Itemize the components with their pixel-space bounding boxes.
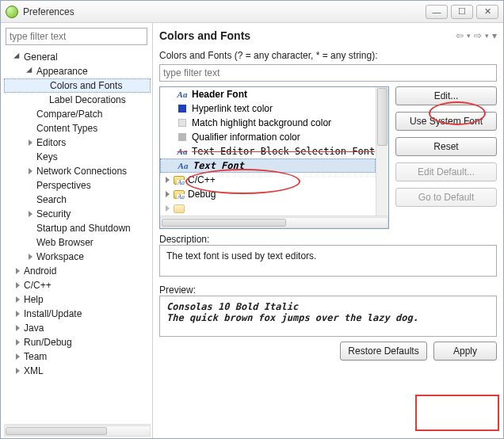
list-folder-more[interactable]	[160, 201, 376, 216]
nav-toolbar: ⇦▾ ⇨▾ ▾	[456, 30, 497, 41]
expand-icon[interactable]	[13, 53, 22, 62]
tree-hscrollbar[interactable]	[4, 424, 151, 437]
font-filter-input[interactable]	[159, 64, 497, 82]
tree-node-general[interactable]: General	[4, 50, 151, 64]
font-icon: Aa	[178, 161, 189, 170]
use-system-font-button[interactable]: Use System Font	[395, 112, 497, 131]
maximize-button[interactable]: ☐	[451, 5, 473, 19]
tree-node-c-cpp[interactable]: C/C++	[4, 278, 151, 292]
titlebar: Preferences — ☐ ✕	[1, 1, 503, 23]
apply-button[interactable]: Apply	[433, 342, 497, 361]
expand-icon[interactable]	[26, 167, 35, 176]
spacer	[26, 110, 35, 119]
spacer	[39, 96, 48, 105]
nav-menu-icon[interactable]: ▾	[492, 30, 497, 41]
tree-node-perspectives[interactable]: Perspectives	[4, 178, 151, 193]
color-swatch-icon	[178, 119, 186, 127]
bottom-button-row: Restore Defaults Apply	[159, 342, 497, 361]
list-item-qualifier-color[interactable]: Qualifier information color	[160, 130, 376, 144]
expand-icon[interactable]	[26, 67, 35, 76]
folder-icon	[174, 190, 185, 199]
left-pane: General Appearance Colors and Fonts Labe…	[1, 23, 153, 438]
expand-icon[interactable]	[13, 338, 22, 347]
list-vscrollbar[interactable]	[376, 87, 388, 216]
description-label: Description:	[159, 234, 497, 245]
spacer	[26, 196, 35, 204]
font-icon: Aa	[178, 90, 188, 99]
tree-node-appearance[interactable]: Appearance	[4, 64, 151, 78]
spacer	[26, 153, 35, 162]
tree-node-android[interactable]: Android	[4, 264, 151, 278]
expand-icon[interactable]	[13, 353, 22, 361]
nav-back-icon[interactable]: ⇦	[456, 30, 464, 41]
folder-icon	[174, 204, 185, 213]
tree-node-label-decorations[interactable]: Label Decorations	[4, 93, 151, 107]
tree-node-editors[interactable]: Editors	[4, 136, 151, 150]
preview-box: Consolas 10 Bold Italic The quick brown …	[159, 296, 497, 337]
color-swatch-icon	[178, 105, 186, 113]
list-folder-debug[interactable]: Debug	[160, 187, 376, 201]
font-listbox[interactable]: AaHeader Font Hyperlink text color Match…	[159, 86, 389, 229]
list-hscrollbar[interactable]	[160, 216, 388, 228]
nav-forward-icon[interactable]: ⇨	[474, 30, 482, 41]
expand-icon[interactable]	[163, 176, 172, 185]
heading-row: Colors and Fonts ⇦▾ ⇨▾ ▾	[159, 26, 497, 45]
restore-defaults-button[interactable]: Restore Defaults	[340, 342, 427, 361]
minimize-button[interactable]: —	[426, 5, 448, 19]
reset-button[interactable]: Reset	[395, 137, 497, 156]
tree-node-search[interactable]: Search	[4, 193, 151, 207]
window-controls: — ☐ ✕	[426, 5, 498, 19]
tree-filter-input[interactable]	[6, 28, 147, 45]
tree-node-workspace[interactable]: Workspace	[4, 250, 151, 264]
expand-icon[interactable]	[13, 281, 22, 290]
tree-node-java[interactable]: Java	[4, 321, 151, 335]
app-icon	[6, 6, 18, 18]
tree-node-startup[interactable]: Startup and Shutdown	[4, 221, 151, 235]
tree-node-content-types[interactable]: Content Types	[4, 121, 151, 136]
tree-node-xml[interactable]: XML	[4, 364, 151, 378]
expand-icon[interactable]	[13, 367, 22, 376]
expand-icon[interactable]	[26, 253, 35, 261]
tree-node-security[interactable]: Security	[4, 207, 151, 221]
expand-icon[interactable]	[13, 296, 22, 304]
tree-node-compare-patch[interactable]: Compare/Patch	[4, 107, 151, 121]
tree-node-network[interactable]: Network Connections	[4, 164, 151, 178]
list-item-text-font[interactable]: AaText Font	[160, 158, 376, 173]
tree-node-team[interactable]: Team	[4, 349, 151, 364]
mid-row: AaHeader Font Hyperlink text color Match…	[159, 86, 497, 229]
spacer	[26, 181, 35, 190]
tree-node-web-browser[interactable]: Web Browser	[4, 235, 151, 250]
expand-icon[interactable]	[13, 267, 22, 276]
list-item-header-font[interactable]: AaHeader Font	[160, 87, 376, 101]
expand-icon[interactable]	[26, 210, 35, 219]
right-pane: Colors and Fonts ⇦▾ ⇨▾ ▾ Colors and Font…	[153, 23, 503, 438]
expand-icon[interactable]	[163, 204, 172, 213]
tree-node-install-update[interactable]: Install/Update	[4, 307, 151, 321]
list-item-hyperlink-color[interactable]: Hyperlink text color	[160, 101, 376, 116]
spacer	[40, 82, 48, 90]
description-box: The text font is used by text editors.	[159, 245, 497, 277]
font-icon: Aa	[178, 147, 188, 156]
spacer	[26, 239, 35, 247]
expand-icon[interactable]	[26, 139, 35, 147]
tree-node-help[interactable]: Help	[4, 292, 151, 307]
close-button[interactable]: ✕	[476, 5, 498, 19]
page-title: Colors and Fonts	[159, 29, 250, 42]
list-folder-c-cpp[interactable]: C/C++	[160, 173, 376, 187]
preferences-tree[interactable]: General Appearance Colors and Fonts Labe…	[4, 48, 151, 424]
spacer	[26, 224, 35, 233]
edit-button[interactable]: Edit...	[395, 86, 497, 105]
folder-icon	[174, 176, 185, 185]
list-item-match-highlight[interactable]: Match highlight background color	[160, 116, 376, 130]
preview-label: Preview:	[159, 284, 497, 296]
expand-icon[interactable]	[163, 190, 172, 199]
tree-node-run-debug[interactable]: Run/Debug	[4, 335, 151, 349]
content-area: General Appearance Colors and Fonts Labe…	[1, 23, 503, 438]
expand-icon[interactable]	[13, 310, 22, 319]
expand-icon[interactable]	[13, 324, 22, 333]
list-item-block-selection-font[interactable]: AaText Editor Block Selection Font	[160, 144, 376, 158]
tree-node-keys[interactable]: Keys	[4, 150, 151, 164]
spacer	[26, 124, 35, 133]
button-column: Edit... Use System Font Reset Edit Defau…	[395, 86, 497, 229]
tree-node-colors-and-fonts[interactable]: Colors and Fonts	[4, 78, 151, 93]
